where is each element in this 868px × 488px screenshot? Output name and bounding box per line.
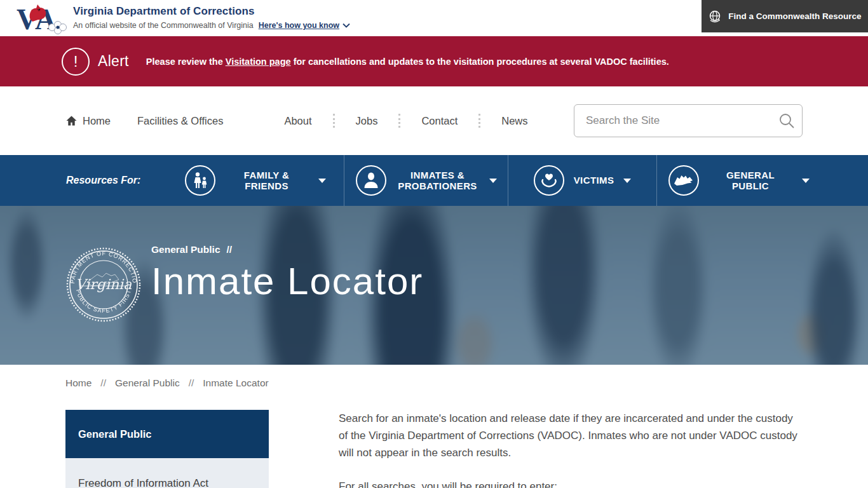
breadcrumb-general-public[interactable]: General Public: [115, 377, 180, 389]
main-navigation: Home Facilities & Offices About Jobs Con…: [0, 86, 868, 155]
family-icon: [185, 165, 215, 196]
official-site-text: An official website of the Commonwealth …: [73, 21, 254, 30]
hero-eyebrow: General Public //: [151, 244, 423, 255]
breadcrumb-home[interactable]: Home: [65, 377, 92, 389]
caret-down-icon: [318, 179, 326, 183]
resources-dropdown-victims[interactable]: VICTIMS: [508, 155, 657, 206]
sidebar-item-foia[interactable]: Freedom of Information Act: [65, 458, 269, 488]
hero-banner: DEPARTMENT OF CORRECTIONS PUBLIC SAFETY …: [0, 206, 868, 365]
nav-item-facilities-offices[interactable]: Facilities & Offices: [137, 115, 223, 127]
globe-icon: [708, 10, 722, 24]
intro-paragraph: Search for an inmate's location and rele…: [339, 410, 803, 461]
visitation-page-link[interactable]: Visitation page: [226, 57, 291, 67]
main-article: Search for an inmate's location and rele…: [339, 410, 803, 488]
breadcrumb: Home // General Public // Inmate Locator: [65, 377, 803, 389]
alert-banner: ! Alert Please review the Visitation pag…: [0, 36, 868, 86]
site-title: Virginia Department of Corrections: [73, 5, 350, 18]
sidebar-menu: General Public Freedom of Information Ac…: [65, 410, 269, 488]
resources-dropdown-general-public[interactable]: GENERAL PUBLIC: [657, 155, 821, 206]
svg-text:PUBLIC SAFETY FIRST: PUBLIC SAFETY FIRST: [75, 288, 133, 314]
nav-separator: [333, 114, 335, 128]
caret-down-icon: [802, 179, 810, 183]
search-input[interactable]: [574, 104, 803, 137]
hero-section-link[interactable]: General Public: [151, 244, 220, 255]
resources-bar: Resources For: FAMILY & FRIENDS INMATES …: [0, 155, 868, 206]
nav-item-jobs[interactable]: Jobs: [356, 115, 378, 127]
vadoc-va-logo[interactable]: V A: [16, 2, 68, 35]
site-search: [574, 104, 803, 137]
nav-item-news[interactable]: News: [501, 115, 527, 127]
nav-separator: [478, 114, 480, 128]
hands-heart-icon: [534, 165, 564, 196]
svg-text:Virginia: Virginia: [76, 276, 132, 292]
caret-down-icon: [489, 179, 497, 183]
resources-bar-spacer: [821, 155, 868, 206]
find-commonwealth-resource-button[interactable]: Find a Commonwealth Resource: [702, 0, 868, 32]
person-bust-icon: [356, 165, 386, 196]
resources-dropdown-inmates-probationers[interactable]: INMATES & PROBATIONERS: [344, 155, 508, 206]
search-icon[interactable]: [778, 112, 795, 129]
virginia-state-icon: [668, 165, 699, 196]
alert-message: Please review the Visitation page for ca…: [146, 57, 669, 67]
requirements-intro-paragraph: For all searches, you will be required t…: [339, 478, 803, 488]
chevron-down-icon: [342, 23, 350, 28]
resources-dropdown-family-friends[interactable]: FAMILY & FRIENDS: [166, 155, 344, 206]
sidebar-header-general-public[interactable]: General Public: [65, 410, 269, 458]
breadcrumb-current-page: Inmate Locator: [203, 377, 268, 389]
site-header: V A Virginia Department of Corrections A…: [0, 0, 868, 36]
heres-how-you-know-link[interactable]: Here's how you know: [259, 21, 350, 30]
resources-for-label: Resources For:: [66, 155, 166, 206]
nav-item-about[interactable]: About: [284, 115, 311, 127]
caret-down-icon: [623, 179, 631, 183]
alert-label: Alert: [98, 53, 129, 70]
nav-separator: [398, 114, 400, 128]
alert-icon: !: [62, 48, 90, 76]
page-title: Inmate Locator: [151, 259, 423, 303]
home-icon: [65, 115, 78, 126]
page-content: General Public Freedom of Information Ac…: [65, 410, 803, 488]
nav-item-contact[interactable]: Contact: [421, 115, 458, 127]
vadoc-seal: DEPARTMENT OF CORRECTIONS PUBLIC SAFETY …: [65, 247, 142, 323]
nav-item-home[interactable]: Home: [65, 115, 111, 127]
